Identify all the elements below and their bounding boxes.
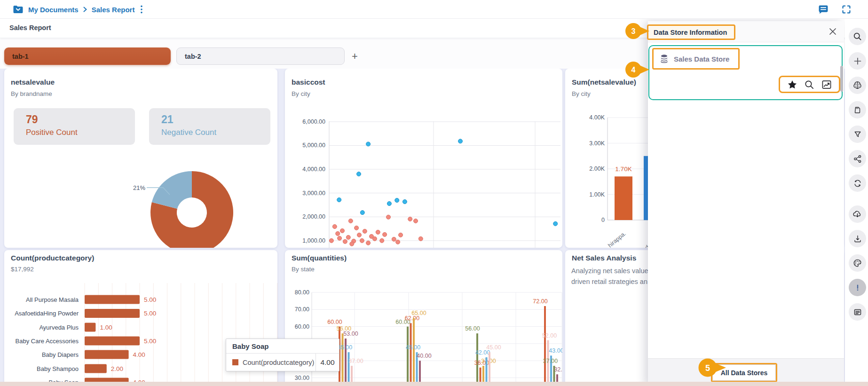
data-store-panel-title: Data Store Information [654,29,727,36]
svg-text:32.00: 32.00 [554,366,562,373]
net-sales-text-line2: driven retail strategies an [571,278,647,285]
svg-text:hirappa.: hirappa. [607,230,627,248]
highlight-box-actions [779,76,840,93]
data-store-name: Sales Data Store [674,55,729,63]
panel-netsalevalue: netsalevalue By brandname 79 Positive Co… [4,69,277,248]
tab-1[interactable]: tab-1 [4,47,171,65]
svg-text:5.00: 5.00 [144,338,156,345]
svg-text:3.00K: 3.00K [589,140,605,147]
svg-text:4,000.00: 4,000.00 [302,166,325,173]
tooltip-series: Count(productcategory) [243,359,316,366]
svg-text:37.00: 37.00 [543,358,558,364]
data-store-card: Sales Data Store [648,45,843,100]
refresh-icon [853,179,862,188]
svg-text:1.00K: 1.00K [589,191,605,198]
exclamation-icon [853,283,862,292]
svg-text:80.00: 80.00 [295,289,309,296]
breadcrumb-root[interactable]: My Documents [28,6,79,14]
badge-3-number: 3 [631,27,636,35]
breadcrumb: My Documents Sales Report [12,4,143,15]
svg-text:45.00: 45.00 [486,344,501,351]
svg-text:60.00: 60.00 [295,323,309,330]
svg-text:2.00K: 2.00K [589,165,605,172]
svg-text:2,000.00: 2,000.00 [302,213,325,220]
svg-text:1.70K: 1.70K [615,165,631,173]
svg-text:1.00: 1.00 [100,324,112,331]
scatter-chart[interactable]: 6,000.005,000.004,000.003,000.002,000.00… [285,69,562,248]
callout-badge-5: 5 [698,358,728,378]
svg-text:1,000.00: 1,000.00 [302,237,325,244]
fullscreen-icon[interactable] [841,4,853,16]
toolbar-comments-button[interactable] [849,303,866,321]
tab-2[interactable]: tab-2 [176,47,345,65]
tooltip-value: 4.00 [316,354,339,371]
svg-text:4.00: 4.00 [133,351,145,358]
app-root: My Documents Sales Report Sales Report t… [0,0,868,386]
svg-text:40.00: 40.00 [417,353,431,359]
svg-text:4.00K: 4.00K [589,114,605,121]
search-icon[interactable] [804,79,814,90]
svg-text:AsafoetidaHing Powder: AsafoetidaHing Powder [15,310,79,317]
svg-text:56.00: 56.00 [465,325,480,332]
close-icon[interactable] [828,27,837,36]
donut-chart[interactable]: 21% [4,69,277,248]
data-store-panel: Data Store Information Sales Data Store [648,21,844,386]
add-tab-button[interactable]: + [352,50,358,63]
toolbar-add-button[interactable] [849,52,866,70]
svg-text:45.00: 45.00 [406,344,420,351]
kebab-menu-icon[interactable] [140,5,143,14]
callout-badge-4: 4 [624,61,651,79]
toolbar-ai-insights-button[interactable] [849,77,866,94]
palette-icon [852,258,862,268]
panel-title: Net Sales Analysis [572,254,636,262]
toolbar-share-button[interactable] [849,150,866,167]
right-toolbar [845,0,868,386]
database-icon [660,54,669,63]
panel-basiccost: basiccost By city 6,000.005,000.004,000.… [285,69,562,248]
memory-card-icon [853,105,862,115]
toolbar-data-card-button[interactable] [849,101,866,118]
highlight-box-title: Data Store Information [647,24,735,40]
svg-text:3,000.00: 3,000.00 [302,190,325,197]
star-icon[interactable] [787,79,797,90]
toolbar-cloud-download-button[interactable] [849,205,866,223]
window-edge-strip [0,382,868,386]
page-title: Sales Report [9,24,51,32]
svg-text:5.00: 5.00 [144,310,156,317]
brain-icon [852,80,862,90]
svg-text:2.00: 2.00 [111,365,123,372]
comment-icon[interactable] [817,4,829,16]
data-store-panel-footer: All Data Stores [648,358,844,382]
panel-scrollbar[interactable] [840,66,843,92]
toolbar-refresh-button[interactable] [849,174,866,192]
svg-text:37.00: 37.00 [348,358,363,364]
trend-chart-icon[interactable] [821,79,832,90]
badge-4-number: 4 [631,66,636,74]
breadcrumb-current: Sales Report [92,6,135,14]
toolbar-theme-button[interactable] [849,254,866,272]
folder-icon[interactable] [12,4,24,15]
svg-text:Ayurveda Plus: Ayurveda Plus [39,324,79,331]
badge-5-number: 5 [705,363,710,373]
svg-text:52.00: 52.00 [542,332,557,339]
svg-text:65.00: 65.00 [411,310,426,316]
toolbar-search-button[interactable] [849,28,866,45]
callout-badge-3: 3 [624,22,651,40]
svg-text:0: 0 [601,217,605,223]
svg-text:30.00: 30.00 [295,375,309,381]
svg-text:6,000.00: 6,000.00 [302,118,325,125]
toolbar-filter-button[interactable] [849,126,866,143]
toolbar-download-button[interactable] [849,230,866,247]
net-sales-text-line1: Analyzing net sales value [571,267,648,275]
toolbar-alert-button[interactable] [849,279,866,296]
svg-text:53.00: 53.00 [343,331,358,337]
series-swatch [232,359,238,365]
data-store-panel-header: Data Store Information [648,21,844,42]
sales-data-store-chip[interactable]: Sales Data Store [652,48,740,70]
top-bar: My Documents Sales Report [0,0,868,19]
chart-tooltip: Baby Soap Count(productcategory) 4.00 [226,339,339,371]
download-icon [853,234,862,244]
svg-text:Baby Care Accessories: Baby Care Accessories [16,338,79,345]
svg-text:70.00: 70.00 [295,306,309,313]
search-icon [852,32,862,41]
